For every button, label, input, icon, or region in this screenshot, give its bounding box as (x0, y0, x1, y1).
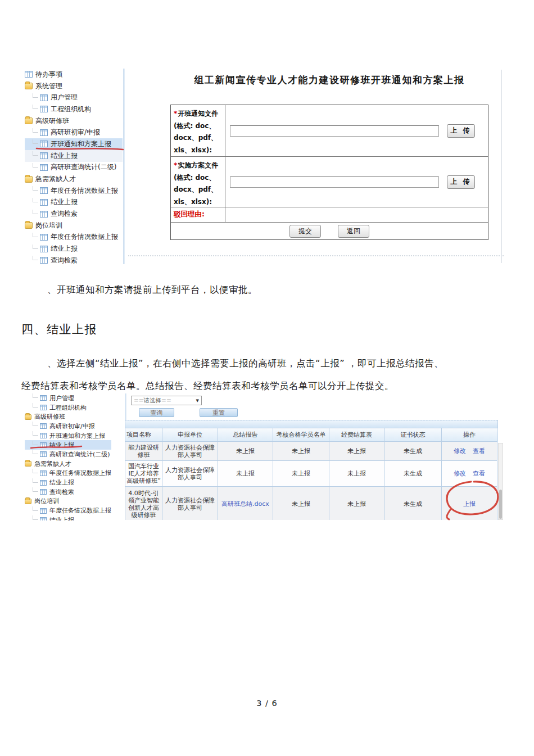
grid-icon (40, 470, 47, 476)
column-header: 操作 (442, 428, 497, 442)
table-cell: 未上报 (329, 442, 384, 461)
action-link[interactable]: 修改 (454, 470, 466, 477)
field-name-text: 开班通知文件 (178, 110, 218, 117)
sidebar-tree-viewport: 用户管理工程组织机构高级研修班高研班初审/申报开班通知和方案上报结业上报高研班查… (25, 393, 125, 520)
sidebar-item[interactable]: 查询检索 (25, 255, 123, 266)
action-link[interactable]: 修改 (454, 447, 466, 455)
filter-dropdown[interactable]: ==请选择== ▼ (131, 396, 202, 405)
sidebar-item[interactable]: 年度任务情况数据上报 (25, 469, 111, 478)
sidebar-item[interactable]: 用户管理 (25, 393, 111, 403)
table-cell: 未上报 (218, 442, 273, 461)
sidebar-item[interactable]: 查询检索 (25, 487, 111, 497)
action-link[interactable]: 查看 (473, 447, 485, 455)
sidebar-item[interactable]: 年度任务情况数据上报 (25, 506, 111, 515)
plan-file-path-input[interactable] (230, 176, 439, 188)
submit-button[interactable]: 提交 (289, 225, 321, 238)
column-header: 经费结算表 (329, 428, 384, 442)
reset-button[interactable]: 重置 (200, 408, 238, 417)
sidebar-item[interactable]: 高研班查询统计(二级) (25, 450, 111, 459)
grid-icon (40, 433, 47, 438)
form-row-reject-reason: 驳回理由: (171, 207, 488, 223)
table-cell: 未上报 (329, 461, 384, 487)
sidebar-item[interactable]: 岗位培训 (25, 497, 111, 506)
tree-connector-line (33, 441, 38, 445)
sidebar-tree: 用户管理工程组织机构高级研修班高研班初审/申报开班通知和方案上报结业上报高研班查… (25, 393, 111, 520)
sidebar-item[interactable]: 用户管理 (25, 92, 123, 103)
sidebar-item[interactable]: 高研班初审/申报 (25, 422, 111, 431)
grid-icon (40, 517, 47, 520)
sidebar-item[interactable]: 开班通知和方案上报 (25, 431, 111, 441)
sidebar-item[interactable]: 结业上报 (25, 515, 111, 520)
sidebar-item[interactable]: 高研班查询统计(二级) (25, 162, 123, 174)
sidebar-item[interactable]: 高级研修班 (25, 412, 111, 422)
field-content: 上 传 (225, 157, 488, 207)
actions-cell: 上报 (442, 487, 497, 520)
tree-connector-line (33, 93, 38, 98)
sidebar-item[interactable]: 工程组织机构 (25, 103, 123, 115)
grid-icon (40, 395, 47, 401)
grid-icon (40, 257, 48, 264)
actions-cell: 修改查看 (442, 461, 497, 487)
sidebar-item[interactable]: 结业上报 (25, 197, 123, 209)
sidebar-item[interactable]: 待办事项 (25, 69, 123, 80)
sidebar-item[interactable]: 年度任务情况数据上报 (25, 185, 123, 197)
notice-file-path-input[interactable] (230, 125, 439, 137)
sidebar-item[interactable]: 结业上报 (25, 478, 111, 487)
sidebar-item[interactable]: 年度任务情况数据上报 (25, 232, 123, 243)
scrollbar-thumb[interactable] (499, 490, 502, 519)
tree-connector-line (33, 487, 38, 492)
sidebar-item-label: 结业上报 (49, 516, 74, 520)
sidebar-item[interactable]: 系统管理 (25, 80, 123, 92)
table-cell: 未上报 (218, 461, 273, 487)
sidebar-item[interactable]: 查询检索 (25, 208, 123, 220)
table-cell: 未上报 (273, 487, 329, 520)
action-link[interactable]: 上报 (463, 500, 476, 508)
dropdown-selected-value: ==请选择== (134, 397, 171, 405)
sidebar-item[interactable]: 结业上报 (25, 243, 123, 255)
document-page: 待办事项系统管理用户管理工程组织机构高级研修班高研班初审/申报开班通知和方案上报… (0, 0, 534, 756)
sidebar-item[interactable]: 急需紧缺人才 (25, 173, 123, 185)
sidebar-item[interactable]: 工程组织机构 (25, 403, 111, 413)
sidebar-item[interactable]: 结业上报 (25, 440, 111, 450)
sidebar-item[interactable]: 岗位培训 (25, 220, 123, 232)
sidebar-item[interactable]: 高研班初审/申报 (25, 126, 123, 138)
grid-icon (40, 489, 47, 495)
sidebar-item[interactable]: 急需紧缺人才 (25, 459, 111, 469)
back-button[interactable]: 返回 (338, 225, 369, 238)
format-hint: xls、xlsx): (174, 144, 223, 157)
grid-icon (40, 187, 48, 194)
sidebar-item-label: 高级研修班 (34, 413, 65, 421)
sidebar-item-label: 年度任务情况数据上报 (49, 506, 111, 515)
required-asterisk: * (174, 161, 177, 169)
query-button[interactable]: 查询 (139, 408, 174, 417)
sidebar-item-label: 查询检索 (51, 209, 78, 219)
grid-icon (40, 246, 48, 252)
sidebar-item-label: 结业上报 (51, 197, 78, 207)
sidebar-item-label: 结业上报 (49, 441, 74, 449)
upload-form: *开班通知文件 (格式: doc、 docx、pdf、 xls、xlsx): 上… (170, 105, 488, 240)
upload-button[interactable]: 上 传 (447, 175, 475, 189)
sidebar-item[interactable]: 高级研修班 (25, 115, 123, 127)
sidebar-item-label: 高研班初审/申报 (51, 128, 100, 137)
field-label-plan-file: *实施方案文件 (格式: doc、 docx、pdf、 xls、xlsx): (171, 157, 225, 207)
sidebar-item[interactable]: 结业上报 (25, 150, 123, 162)
report-file-link[interactable]: 高研班总结.docx (218, 487, 273, 520)
tree-connector-line (33, 422, 38, 426)
sidebar-divider (123, 69, 125, 264)
table-cell: 未上报 (273, 461, 329, 487)
table-scrollbar[interactable] (498, 443, 503, 520)
sidebar-item-label: 岗位培训 (35, 221, 62, 230)
sidebar-item-label: 待办事项 (35, 70, 62, 79)
section-heading: 四、结业上报 (21, 322, 97, 337)
field-name: *开班通知文件 (174, 108, 223, 120)
grid-icon (40, 480, 47, 486)
tree-connector-line (33, 186, 38, 191)
sidebar-item[interactable]: 开班通知和方案上报 (25, 138, 123, 150)
grid-icon (40, 94, 48, 101)
table-cell: 未生成 (384, 442, 442, 461)
tree-connector-line (33, 403, 38, 408)
tree-connector-line (33, 506, 38, 511)
action-link[interactable]: 查看 (473, 470, 485, 477)
sidebar-item-label: 高研班查询统计(二级) (51, 162, 116, 172)
upload-button[interactable]: 上 传 (447, 124, 475, 138)
